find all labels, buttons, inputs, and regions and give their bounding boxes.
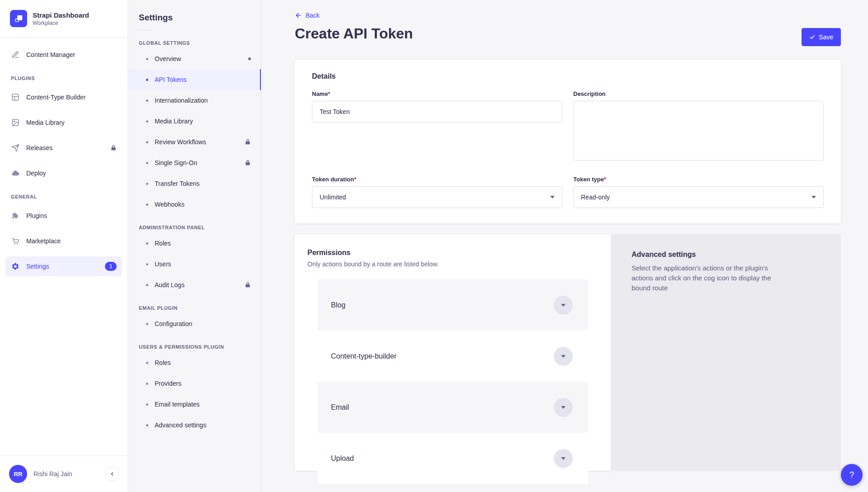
sidebar-item-label: Media Library xyxy=(26,119,65,126)
subnav-item-label: Configuration xyxy=(155,320,192,327)
subnav-item-label: Internationalization xyxy=(155,97,208,104)
accordion-label: Content-type-builder xyxy=(331,352,396,360)
gear-icon xyxy=(11,262,20,270)
token-type-select[interactable]: Read-only xyxy=(573,186,824,208)
settings-count-badge: 1 xyxy=(105,262,117,271)
sidebar-item-marketplace[interactable]: Marketplace xyxy=(5,231,122,251)
subnav-item-review-workflows[interactable]: Review Workflows xyxy=(128,132,261,152)
sidebar-item-media-library[interactable]: Media Library xyxy=(5,113,122,132)
layout-grid-icon xyxy=(11,93,20,101)
pen-icon xyxy=(11,51,20,59)
sidebar-item-content-manager[interactable]: Content Manager xyxy=(5,45,122,65)
back-link[interactable]: Back xyxy=(295,12,320,19)
description-field-group: Description xyxy=(573,90,824,162)
main-content: Back Create API Token Save Details Name*… xyxy=(261,0,868,492)
expand-upload-button[interactable] xyxy=(554,449,573,468)
subnav-item-api-tokens[interactable]: API Tokens xyxy=(128,69,261,90)
sidebar-item-label: Marketplace xyxy=(26,237,61,245)
accordion-content-type-builder[interactable]: Content-type-builder xyxy=(317,331,588,382)
subnav-item-label: Advanced settings xyxy=(155,421,206,429)
workspace-header[interactable]: Strapi Dashboard Workplace xyxy=(0,0,127,38)
permissions-title: Permissions xyxy=(307,249,598,257)
save-button[interactable]: Save xyxy=(802,28,841,46)
image-icon xyxy=(11,118,20,127)
bullet-icon xyxy=(146,58,148,60)
token-duration-select[interactable]: Unlimited xyxy=(312,186,562,208)
permissions-accordion-list: Blog Content-type-builder Email Upload xyxy=(317,279,588,484)
sidebar-item-plugins[interactable]: Plugins xyxy=(5,206,122,226)
subnav-item-single-sign-on[interactable]: Single Sign-On xyxy=(128,152,261,173)
sidebar-item-settings[interactable]: Settings 1 xyxy=(5,256,122,276)
subnav-item-media-library[interactable]: Media Library xyxy=(128,111,261,132)
caret-down-icon xyxy=(561,406,566,409)
advanced-settings-description: Select the application's actions or the … xyxy=(632,263,785,293)
subnav-item-audit-logs[interactable]: Audit Logs xyxy=(128,274,261,295)
subnav-item-configuration[interactable]: Configuration xyxy=(128,313,261,334)
help-button[interactable]: ? xyxy=(841,464,863,486)
bullet-icon xyxy=(146,120,148,123)
name-input[interactable] xyxy=(312,101,562,123)
subnav-item-admin-roles[interactable]: Roles xyxy=(128,233,261,254)
expand-content-type-builder-button[interactable] xyxy=(554,347,573,366)
details-title: Details xyxy=(312,72,824,80)
subnav-item-label: Audit Logs xyxy=(155,281,184,289)
subnav-item-webhooks[interactable]: Webhooks xyxy=(128,194,261,215)
expand-blog-button[interactable] xyxy=(554,296,573,315)
lock-icon xyxy=(110,145,117,151)
bullet-icon xyxy=(146,403,148,406)
token-type-field-group: Token type* Read-only xyxy=(573,176,824,208)
bullet-icon xyxy=(146,242,148,245)
subnav-item-label: Webhooks xyxy=(155,201,184,208)
accordion-blog[interactable]: Blog xyxy=(317,279,588,331)
collapse-sidebar-button[interactable] xyxy=(106,467,118,481)
notification-dot-icon xyxy=(248,57,251,60)
subnav-item-users[interactable]: Users xyxy=(128,254,261,274)
required-asterisk: * xyxy=(328,90,330,97)
subnav-item-internationalization[interactable]: Internationalization xyxy=(128,90,261,111)
sidebar-section-general: GENERAL xyxy=(11,194,117,199)
app-subtitle: Workplace xyxy=(33,20,89,26)
sidebar-footer: RR Rishi Raj Jain xyxy=(0,455,127,492)
accordion-upload[interactable]: Upload xyxy=(317,433,588,484)
cart-icon xyxy=(11,237,20,245)
subnav-item-transfer-tokens[interactable]: Transfer Tokens xyxy=(128,173,261,194)
check-icon xyxy=(809,34,815,40)
sidebar-item-label: Content-Type Builder xyxy=(26,94,86,101)
subnav-item-up-roles[interactable]: Roles xyxy=(128,352,261,373)
sidebar-item-label: Releases xyxy=(26,144,52,151)
app-title: Strapi Dashboard xyxy=(33,11,89,20)
bullet-icon xyxy=(146,383,148,385)
permissions-section: Permissions Only actions bound by a rout… xyxy=(295,234,841,471)
subnav-section-email-plugin: EMAIL PLUGIN xyxy=(139,305,250,311)
name-label: Name* xyxy=(312,90,562,97)
save-label: Save xyxy=(819,33,833,41)
user-name: Rishi Raj Jain xyxy=(33,470,72,478)
details-card: Details Name* Description Token duration… xyxy=(295,60,841,223)
chevron-down-icon xyxy=(550,196,555,199)
subnav-item-email-templates[interactable]: Email templates xyxy=(128,394,261,415)
bullet-icon xyxy=(146,203,148,206)
accordion-email[interactable]: Email xyxy=(317,382,588,433)
puzzle-icon xyxy=(11,212,20,220)
expand-email-button[interactable] xyxy=(554,398,573,417)
sidebar-item-deploy[interactable]: Deploy xyxy=(5,163,122,183)
subnav-item-advanced-settings[interactable]: Advanced settings xyxy=(128,415,261,435)
sidebar-item-label: Plugins xyxy=(26,212,47,219)
description-textarea[interactable] xyxy=(573,101,824,161)
subnav-item-label: Review Workflows xyxy=(155,138,206,146)
details-form: Name* Description Token duration* Unlimi… xyxy=(312,90,824,208)
token-type-value: Read-only xyxy=(581,194,610,201)
subnav-item-label: Users xyxy=(155,260,171,268)
sidebar-item-content-type-builder[interactable]: Content-Type Builder xyxy=(5,87,122,107)
bullet-icon xyxy=(146,183,148,185)
permissions-card: Permissions Only actions bound by a rout… xyxy=(295,234,611,471)
subnav-item-overview[interactable]: Overview xyxy=(128,48,261,69)
page-header: Create API Token Save xyxy=(295,25,841,46)
subnav-item-label: Email templates xyxy=(155,401,200,408)
sidebar-item-releases[interactable]: Releases xyxy=(5,138,122,158)
avatar[interactable]: RR xyxy=(9,465,27,483)
chevron-left-icon xyxy=(109,471,115,477)
arrow-left-icon xyxy=(295,12,302,19)
subnav-item-label: Providers xyxy=(155,380,181,387)
subnav-item-providers[interactable]: Providers xyxy=(128,373,261,394)
